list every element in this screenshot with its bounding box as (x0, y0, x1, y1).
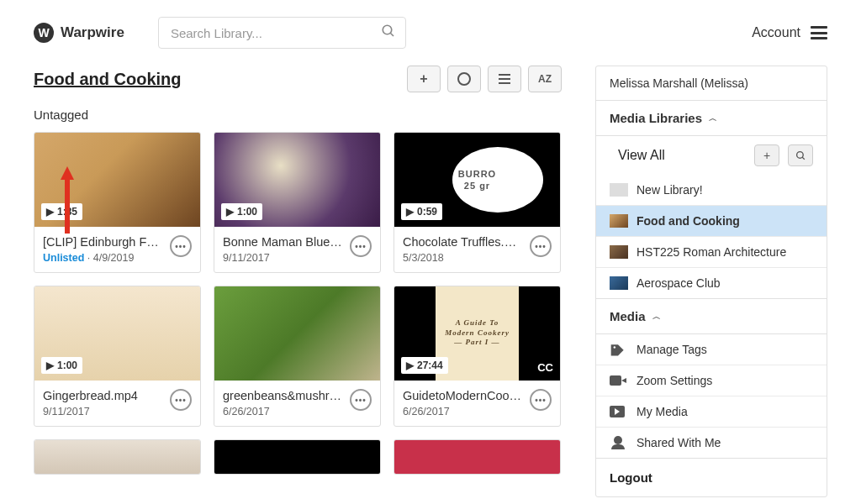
library-label: HST225 Roman Architecture (637, 245, 786, 259)
media-card[interactable]: A Guide To Modern Cookery — Part I — ▶ 2… (394, 286, 561, 427)
media-card[interactable]: BURRO 25 gr ▶ 0:59 Chocolate Truffles.mp… (394, 132, 561, 273)
more-icon[interactable]: ••• (350, 235, 372, 257)
media-title: Gingerbread.mp4 (43, 389, 165, 402)
media-card[interactable] (34, 439, 201, 475)
media-meta: Unlisted · 4/9/2019 (43, 252, 165, 264)
duration-badge: ▶ 1:00 (41, 357, 82, 374)
svg-point-2 (796, 151, 803, 158)
media-card[interactable]: ▶ 1:00 Gingerbread.mp4 9/11/2017 ••• (34, 286, 201, 427)
library-icon (610, 245, 628, 259)
media-meta: 9/11/2017 (223, 252, 345, 264)
thumbnail: ▶ 1:00 (214, 133, 380, 227)
media-item-label: Zoom Settings (637, 374, 712, 387)
sort-label: AZ (538, 73, 552, 85)
media-libraries-header[interactable]: Media Libraries ︿ (596, 101, 827, 136)
cc-badge: CC (537, 361, 553, 374)
person-icon (610, 436, 628, 449)
account-link[interactable]: Account (752, 25, 800, 40)
svg-point-0 (383, 25, 392, 34)
library-icon (610, 183, 628, 197)
media-title: greenbeans&mushro… (223, 389, 345, 402)
library-label: Food and Cooking (637, 214, 740, 228)
media-item-label: My Media (637, 405, 688, 418)
more-icon[interactable]: ••• (170, 389, 192, 411)
thumb-overlay-text: A Guide To Modern Cookery — Part I — (445, 318, 510, 348)
duration-badge: ▶ 1:00 (221, 203, 262, 220)
thumbnail: ▶ 1:00 (34, 286, 200, 381)
more-icon[interactable]: ••• (350, 389, 372, 411)
media-card[interactable]: ▶ 1:35 [CLIP] Edinburgh Fo… Unlisted · 4… (34, 132, 201, 273)
thumbnail: BURRO 25 gr ▶ 0:59 (394, 133, 560, 227)
media-item-label: Manage Tags (637, 343, 707, 356)
more-icon[interactable]: ••• (170, 235, 192, 257)
viewall-label: View All (618, 148, 665, 163)
search-icon[interactable] (381, 24, 396, 42)
media-card[interactable]: greenbeans&mushro… 6/26/2017 ••• (214, 286, 381, 427)
library-icon (610, 276, 628, 290)
brand-name: Warpwire (61, 24, 124, 41)
user-label: Melissa Marshall (Melissa) (596, 66, 827, 101)
chevron-up-icon: ︿ (652, 311, 661, 323)
section-label: Untagged (34, 108, 562, 122)
my-media[interactable]: My Media (596, 396, 827, 428)
search-box (158, 17, 406, 49)
media-meta: 6/26/2017 (223, 406, 345, 417)
viewall-row[interactable]: View All + (596, 136, 827, 175)
thumbnail (394, 440, 560, 474)
list-icon (499, 74, 510, 84)
media-card[interactable]: ▶ 1:00 Bonne Maman Blueb… 9/11/2017 ••• (214, 132, 381, 273)
thumbnail (214, 286, 380, 381)
search-input[interactable] (158, 17, 406, 49)
chevron-up-icon: ︿ (709, 113, 717, 124)
list-view-button[interactable] (488, 66, 521, 92)
play-icon (610, 405, 628, 418)
media-meta: 5/3/2018 (403, 252, 525, 264)
more-icon[interactable]: ••• (530, 389, 552, 411)
search-library-button[interactable] (788, 144, 813, 166)
page-title[interactable]: Food and Cooking (34, 70, 182, 89)
svg-line-3 (802, 157, 805, 160)
thumbnail (34, 440, 200, 474)
sort-button[interactable]: AZ (528, 66, 562, 92)
thumbnail (214, 440, 380, 474)
library-item[interactable]: New Library! (596, 175, 827, 206)
add-button[interactable]: + (407, 66, 441, 92)
library-item[interactable]: Food and Cooking (596, 206, 827, 237)
camera-icon (610, 374, 628, 387)
duration-badge: ▶ 27:44 (401, 357, 448, 374)
library-item[interactable]: Aerospace Club (596, 268, 827, 299)
thumbnail: A Guide To Modern Cookery — Part I — ▶ 2… (394, 286, 560, 381)
tag-icon (610, 343, 628, 356)
svg-point-4 (614, 346, 616, 349)
media-card[interactable] (394, 439, 561, 475)
circle-icon (457, 72, 471, 86)
thumbnail: ▶ 1:35 (34, 133, 200, 227)
add-library-button[interactable]: + (754, 144, 779, 166)
logout-button[interactable]: Logout (596, 459, 827, 496)
zoom-settings[interactable]: Zoom Settings (596, 365, 827, 396)
media-meta: 6/26/2017 (403, 406, 525, 417)
library-label: Aerospace Club (637, 276, 721, 290)
manage-tags[interactable]: Manage Tags (596, 334, 827, 365)
duration-badge: ▶ 0:59 (401, 203, 442, 220)
media-title: Chocolate Truffles.mp4 (403, 235, 525, 249)
library-label: New Library! (637, 183, 703, 197)
brand-icon: W (34, 23, 54, 43)
media-title: [CLIP] Edinburgh Fo… (43, 235, 165, 249)
menu-icon[interactable] (811, 26, 827, 39)
thumb-overlay-text: BURRO 25 gr (458, 168, 496, 192)
media-section-header[interactable]: Media ︿ (596, 299, 827, 334)
duration-badge: ▶ 1:35 (41, 203, 82, 220)
record-button[interactable] (447, 66, 481, 92)
side-panel: Melissa Marshall (Melissa) Media Librari… (595, 66, 827, 497)
media-item-label: Shared With Me (637, 436, 721, 449)
more-icon[interactable]: ••• (530, 235, 552, 257)
shared-with-me[interactable]: Shared With Me (596, 428, 827, 459)
brand-logo[interactable]: W Warpwire (34, 23, 124, 43)
media-title: Bonne Maman Blueb… (223, 235, 345, 249)
svg-line-1 (390, 33, 394, 36)
media-card[interactable] (214, 439, 381, 475)
media-title: GuidetoModernCook… (403, 389, 525, 402)
library-icon (610, 214, 628, 228)
library-item[interactable]: HST225 Roman Architecture (596, 237, 827, 268)
